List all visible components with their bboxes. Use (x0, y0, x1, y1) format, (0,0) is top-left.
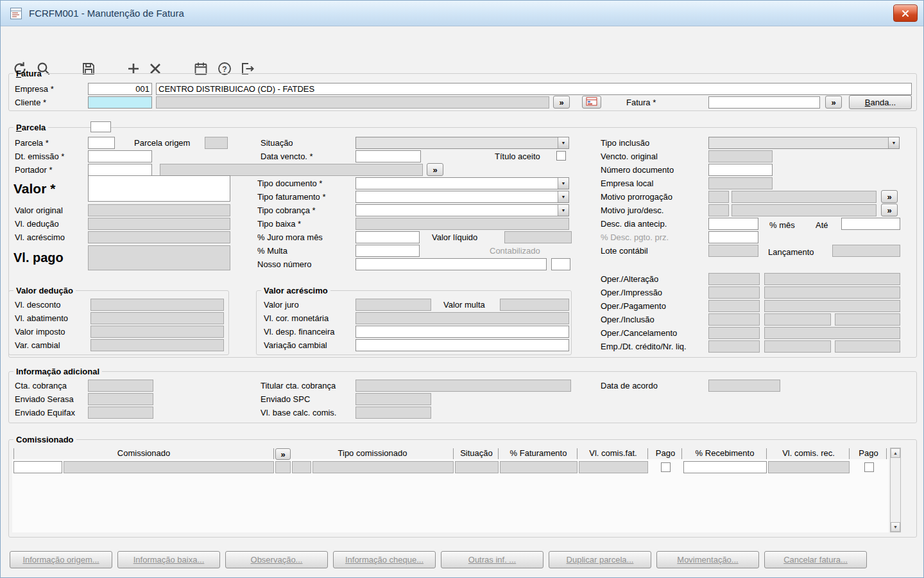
cliente-code-field[interactable] (88, 96, 152, 109)
banda-button[interactable]: Banda... (849, 95, 912, 109)
chevron-down-icon[interactable]: ▼ (558, 205, 569, 216)
portador-label: Portador * (15, 165, 53, 175)
variacao-cambial-field[interactable] (355, 339, 569, 351)
vl-base-calc-field (355, 407, 431, 419)
vl-abatimento-label: Vl. abatimento (15, 313, 68, 323)
cliente-finance-button[interactable] (582, 96, 601, 109)
vl-acrescimo-field (88, 231, 230, 243)
row-tipo-nome-cell (312, 461, 454, 473)
titulo-aceito-checkbox[interactable] (556, 151, 566, 161)
oper-impressao-label: Oper./Impressão (601, 288, 662, 297)
movimentacao-button[interactable]: Movimentação... (656, 551, 759, 568)
chevron-down-icon[interactable]: ▼ (888, 137, 899, 148)
vl-desp-financeira-field[interactable] (355, 326, 569, 338)
vl-desconto-field (90, 299, 224, 311)
col-header-pago-rec: Pago (851, 448, 887, 459)
fatura-field[interactable] (708, 96, 820, 109)
numero-documento-label: Número documento (601, 165, 674, 175)
fatura-legend: Fatura (13, 69, 44, 78)
info-adicional-legend: Informação adicional (13, 367, 102, 376)
comissionado-lookup-button[interactable]: » (275, 448, 291, 460)
row-comissionado-nome-cell (64, 461, 274, 473)
tipo-inclusao-combo[interactable]: ▼ (708, 137, 900, 149)
data-acordo-label: Data de acordo (601, 381, 658, 390)
nosso-numero-field[interactable] (355, 258, 547, 270)
banda-button-label: Banda... (865, 98, 896, 107)
informacao-baixa-label: Informação baixa... (133, 555, 205, 565)
titular-cta-label: Titular cta. cobrança (261, 381, 336, 390)
lancamento-field (832, 245, 900, 257)
tipo-baixa-label: Tipo baixa * (257, 219, 301, 229)
row-pct-recebimento-cell[interactable] (683, 461, 767, 473)
chevron-down-icon[interactable]: ▼ (558, 137, 569, 148)
tipo-inclusao-label: Tipo inclusão (601, 138, 649, 148)
tipo-cobranca-combo[interactable]: ▼ (355, 204, 569, 216)
empresa-label: Empresa * (15, 84, 54, 94)
close-button[interactable] (893, 4, 918, 22)
outras-inf-label: Outras inf. ... (468, 555, 516, 565)
cta-cobranca-label: Cta. cobrança (15, 381, 67, 390)
observacao-button[interactable]: Observação... (225, 551, 328, 568)
cliente-lookup-button[interactable]: » (553, 96, 570, 109)
col-header-tipo-comissionado: Tipo comissionado (292, 448, 454, 459)
informacao-cheque-button[interactable]: Informação cheque... (333, 551, 436, 568)
oper-inclusao-extra-field (835, 313, 900, 326)
multa-label: % Multa (257, 246, 287, 256)
desc-dia-antecip-field[interactable] (708, 218, 758, 230)
duplicar-parcela-button[interactable]: Duplicar parcela... (549, 551, 651, 568)
informacao-origem-button[interactable]: Informação origem... (10, 551, 112, 568)
scroll-up-icon[interactable]: ▲ (891, 448, 900, 458)
informacao-baixa-button[interactable]: Informação baixa... (117, 551, 220, 568)
motivo-prorrogacao-lookup-button[interactable]: » (881, 190, 898, 203)
vl-desconto-label: Vl. desconto (15, 300, 61, 310)
data-vencto-field[interactable] (355, 150, 421, 162)
dt-emissao-field[interactable] (88, 150, 152, 162)
var-cambial-field (90, 339, 224, 351)
tipo-faturamento-combo[interactable]: ▼ (355, 191, 569, 203)
enviado-serasa-label: Enviado Serasa (15, 394, 74, 404)
pct-desc-pgto-field[interactable] (708, 231, 758, 243)
row-pago-recebimento-checkbox[interactable] (864, 462, 874, 472)
juro-mora-field[interactable] (355, 231, 420, 243)
valor-liquido-field (504, 231, 572, 243)
chevron-down-icon[interactable]: ▼ (558, 191, 569, 202)
valor-field[interactable] (88, 175, 230, 202)
outras-inf-button[interactable]: Outras inf. ... (441, 551, 543, 568)
cancelar-fatura-button[interactable]: Cancelar fatura... (764, 551, 867, 568)
empresa-code-field[interactable]: 001 (88, 83, 152, 95)
parcela-label: Parcela * (15, 138, 49, 148)
parcela-index-field[interactable] (90, 121, 111, 132)
comissionado-scrollbar[interactable]: ▲ ▼ (890, 448, 901, 532)
portador-lookup-button[interactable]: » (427, 163, 443, 176)
titular-cta-field (355, 380, 571, 392)
desc-ate-field[interactable] (841, 218, 900, 230)
row-pago-faturamento-checkbox[interactable] (661, 462, 671, 472)
situacao-label: Situação (261, 138, 293, 148)
tipo-cobranca-label: Tipo cobrança * (257, 206, 316, 215)
data-acordo-field (708, 380, 780, 392)
situacao-combo[interactable]: ▼ (355, 137, 569, 149)
oper-inclusao-label: Oper./Inclusão (601, 315, 654, 324)
cliente-label: Cliente * (15, 98, 46, 107)
multa-field[interactable] (355, 245, 420, 257)
row-comissionado-code-cell[interactable] (13, 461, 62, 473)
motivo-juro-lookup-button[interactable]: » (881, 204, 898, 216)
tipo-documento-combo[interactable]: ▼ (355, 177, 569, 189)
toolbar: ? (1, 26, 923, 69)
empresa-name-field[interactable]: CENTRO DISTRIBUICAO (CD) - FATDES (156, 83, 912, 95)
app-icon (9, 6, 23, 23)
scroll-down-icon[interactable]: ▼ (891, 522, 900, 532)
valor-label: Valor * (13, 181, 55, 197)
desc-dia-antecip-label: Desc. dia antecip. (601, 219, 667, 229)
parcela-origem-label: Parcela origem (134, 138, 190, 148)
lote-contabil-label: Lote contábil (601, 246, 648, 256)
numero-documento-field[interactable] (708, 164, 773, 176)
oper-cancelamento-label: Oper./Cancelamento (601, 328, 677, 338)
pct-mes-label: % mês (769, 220, 795, 230)
portador-field[interactable] (88, 164, 152, 176)
nosso-numero-digit-field[interactable] (551, 258, 570, 270)
parcela-field[interactable] (88, 137, 115, 149)
chevron-down-icon[interactable]: ▼ (558, 178, 569, 189)
emp-dt-credito-label: Emp./Dt. crédito/Nr. liq. (601, 342, 687, 351)
fatura-lookup-button[interactable]: » (825, 96, 842, 109)
